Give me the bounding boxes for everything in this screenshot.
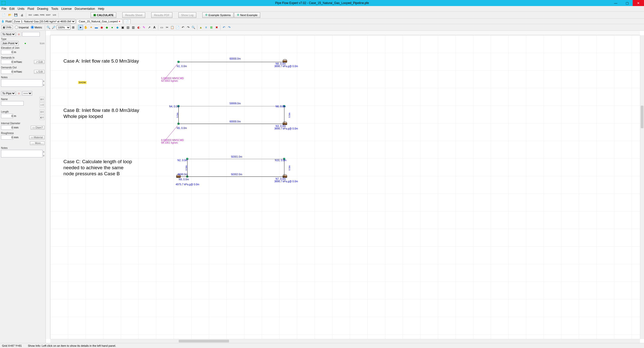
menu-documentation[interactable]: Documentation	[75, 7, 95, 11]
roughness-input[interactable]	[1, 135, 13, 140]
topipe-select[interactable]: To Pipe	[1, 91, 16, 96]
c1-icon[interactable]: ▣	[120, 25, 125, 30]
delete-icon[interactable]: ✖	[214, 25, 219, 30]
name-input[interactable]	[1, 101, 24, 106]
pipe-icon[interactable]: PIPE	[40, 12, 45, 18]
pipe-b-top[interactable]	[178, 106, 284, 106]
material-button[interactable]: ▭ Material	[29, 136, 45, 139]
tank-n7[interactable]	[283, 174, 287, 178]
fit-icon[interactable]: ⊞	[71, 25, 76, 30]
save-icon[interactable]: 💾	[13, 12, 19, 18]
menu-edit[interactable]: Edit	[9, 7, 15, 11]
results-sheet-button[interactable]: Results Sheet	[122, 12, 145, 18]
diam-button[interactable]: ▭ Diam?	[31, 126, 45, 129]
notes-textarea[interactable]	[1, 79, 43, 87]
menu-file[interactable]: File	[2, 7, 6, 11]
zoom-select[interactable]: 100%	[57, 25, 70, 30]
drawing-canvas[interactable]: SHOW Case A: Inlet flow rate 5.0 Mm3/day…	[50, 35, 640, 339]
linestyle-select[interactable]: ───	[22, 91, 32, 96]
undo2-icon[interactable]: ↶	[180, 25, 185, 30]
label-icon[interactable]: LABEL	[33, 12, 39, 18]
g3-icon[interactable]: ⊞	[209, 25, 214, 30]
opt2-icon[interactable]: ▭0	[40, 102, 45, 107]
fluid-select[interactable]: Zone 1: Natural Gas [33.546 kg/m³ at 460…	[13, 19, 75, 24]
menu-tools[interactable]: Tools	[51, 7, 58, 11]
maximize-button[interactable]: ▢	[621, 0, 633, 6]
num-icon[interactable]: 123	[52, 12, 57, 18]
more-button[interactable]: … More...	[30, 141, 45, 145]
pipe-c-top[interactable]	[187, 159, 284, 159]
notes2-up-icon[interactable]: ▴	[43, 150, 45, 153]
g1-icon[interactable]: ▲	[198, 25, 203, 30]
menu-drawing[interactable]: Drawing	[37, 7, 48, 11]
close-button[interactable]: ✕	[633, 0, 644, 6]
c2-icon[interactable]: ▤	[126, 25, 131, 30]
tonode-input[interactable]	[22, 32, 40, 36]
pump-icon[interactable]: ◉	[99, 25, 104, 30]
edit-icon[interactable]: EDIT	[46, 12, 51, 18]
redo2-icon[interactable]: ↷	[186, 25, 191, 30]
text-icon[interactable]: A	[152, 25, 157, 30]
tonode-target-icon[interactable]: ◎	[16, 32, 21, 37]
c5-icon[interactable]: ✎	[141, 25, 146, 30]
print-icon[interactable]: 🖨	[19, 12, 25, 18]
valve-icon[interactable]: ◆	[104, 25, 109, 30]
pipe-b-right[interactable]	[284, 106, 284, 124]
demands-out-input[interactable]	[1, 69, 13, 74]
type-select[interactable]: Join Point	[1, 41, 19, 46]
menu-help[interactable]: Help	[98, 7, 104, 11]
open-icon[interactable]: 📂	[7, 12, 13, 18]
scrollbar-horizontal[interactable]	[50, 339, 640, 343]
imperial-radio[interactable]: Imperial	[15, 26, 29, 29]
pipe-b-bottom[interactable]	[178, 124, 284, 124]
menu-license[interactable]: License	[61, 7, 71, 11]
tank-n8[interactable]	[283, 59, 287, 63]
new-tab-button[interactable]: 📄	[124, 19, 131, 24]
menu-fluid[interactable]: Fluid	[27, 7, 34, 11]
edit-in-button[interactable]: ↗ Edit	[34, 60, 45, 64]
node-icon[interactable]: ✦	[89, 25, 94, 30]
notes2-down-icon[interactable]: ▾	[43, 154, 45, 157]
redo-icon[interactable]: ↷	[227, 25, 232, 30]
tank-n3[interactable]	[283, 121, 287, 125]
length-input[interactable]	[1, 114, 13, 118]
g2-icon[interactable]: ≡	[204, 25, 209, 30]
opt1-icon[interactable]: ⊞0	[40, 97, 45, 102]
opt4-icon[interactable]: ◐0	[40, 115, 45, 120]
c4-icon[interactable]: ◐	[136, 25, 141, 30]
scroll-thumb-h[interactable]	[179, 340, 229, 342]
icon-label[interactable]: Icon	[40, 42, 45, 45]
hand-icon[interactable]: ✋	[83, 25, 88, 30]
diameter-input[interactable]	[1, 125, 13, 130]
tonode-select[interactable]: To Node	[1, 32, 16, 36]
show-log-button[interactable]: Show Log	[178, 12, 196, 18]
notes2-textarea[interactable]	[1, 150, 43, 157]
minimize-button[interactable]: —	[610, 0, 621, 6]
calculate-button[interactable]: ▣CALCULATE	[91, 12, 116, 18]
c3-icon[interactable]: ▥	[131, 25, 136, 30]
elevation-input[interactable]	[1, 50, 13, 54]
tab-close-icon[interactable]: ×	[119, 20, 120, 23]
topipe-target-icon[interactable]: ◎	[16, 91, 21, 96]
paste-icon[interactable]: 📄	[175, 25, 180, 30]
new-icon[interactable]: 📄	[1, 12, 7, 18]
tank-icon[interactable]: ▬	[94, 25, 99, 30]
pipe-c-bottom[interactable]	[181, 177, 284, 177]
find-icon[interactable]: 🔍	[191, 25, 196, 30]
demands-in-input[interactable]	[1, 60, 13, 64]
menu-units[interactable]: Units	[18, 7, 24, 11]
cut-icon[interactable]: ✂	[165, 25, 170, 30]
units-button[interactable]: ▦ Units	[2, 25, 13, 29]
c6-icon[interactable]: ↗	[147, 25, 152, 30]
scrollbar-vertical[interactable]	[640, 35, 644, 339]
join-icon[interactable]: ●	[110, 25, 115, 30]
notes-down-icon[interactable]: ▾	[43, 83, 45, 87]
copy-icon[interactable]: 📋	[170, 25, 175, 30]
notes-up-icon[interactable]: ▴	[43, 79, 45, 82]
iso-icon[interactable]: ISO	[27, 12, 33, 18]
edit-out-button[interactable]: ↘ Edit	[34, 70, 45, 74]
results-pdf-button[interactable]: Results PDF	[151, 12, 172, 18]
spray-icon[interactable]: ◆	[115, 25, 120, 30]
scroll-thumb-v[interactable]	[641, 106, 643, 128]
example-systems-button[interactable]: ⚙Example Systems	[202, 12, 234, 18]
